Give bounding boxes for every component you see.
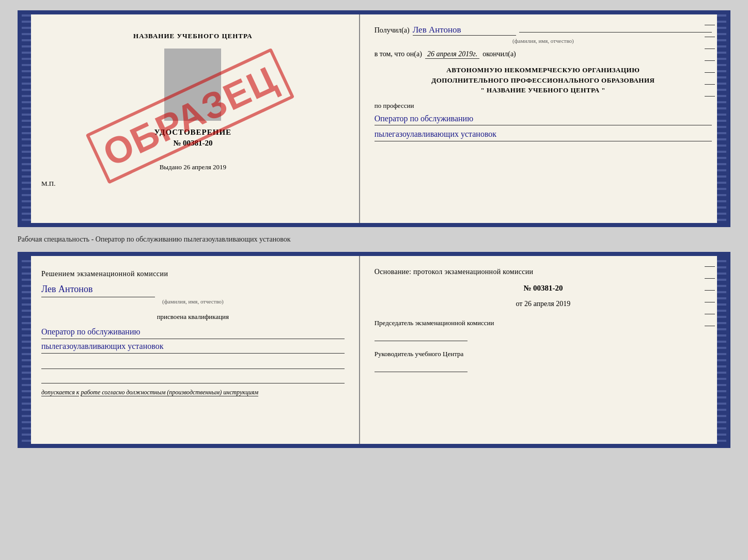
v-tom-line: в том, что он(а) 26 апреля 2019г. окончи… [375,50,712,59]
kval-value2: пылегазоулавливающих установок [41,339,345,354]
right-strip [717,14,726,223]
resheniem-title: Решением экзаменационной комиссии [41,268,345,280]
ot-label: от [516,300,523,308]
dash1 [705,25,715,25]
org-line1: АВТОНОМНУЮ НЕКОММЕРЧЕСКУЮ ОРГАНИЗАЦИЮ [375,65,712,75]
bdash6 [705,326,715,326]
poluchil-label: Получил(а) [375,26,410,35]
date-value: 26 апреля 2019г. [425,50,479,59]
dash-after-name [519,32,712,33]
bdash1 [705,266,715,267]
vydano-line: Выдано 26 апреля 2019 [41,163,345,171]
bdash5 [705,314,715,314]
predsedatel-label: Председатель экзаменационной комиссии [375,318,712,328]
dash3 [705,49,715,49]
ot-date: 26 апреля 2019 [524,300,570,308]
ot-date-line: от 26 апреля 2019 [375,298,712,310]
bdash4 [705,302,715,302]
right-dashes-bottom [705,266,715,326]
vydano-date: 26 апреля 2019 [183,163,226,171]
document-container: НАЗВАНИЕ УЧЕБНОГО ЦЕНТРА УДОСТОВЕРЕНИЕ №… [18,10,730,448]
dash7 [705,96,715,97]
po-professii-label: по профессии [375,102,712,110]
profession-value1: Оператор по обслуживанию [375,112,712,126]
right-strip-bottom [717,256,726,444]
cert-top-right: Получил(а) Лев Антонов (фамилия, имя, от… [360,14,726,223]
certificate-bottom: Решением экзаменационной комиссии Лев Ан… [18,252,730,448]
mp-line: М.П. [41,180,345,188]
profession-value2: пылегазоулавливающих установок [375,127,712,141]
rukovoditel-signature-line [375,362,467,372]
poluchil-name: Лев Антонов [413,25,516,36]
predsedatel-signature-line [375,331,467,341]
dash5 [705,72,715,73]
dopuskaetsya-block: допускается к работе согласно должностны… [41,388,345,397]
cert-top-left: НАЗВАНИЕ УЧЕБНОГО ЦЕНТРА УДОСТОВЕРЕНИЕ №… [22,14,360,223]
vydano-label: Выдано [160,163,182,171]
org-line3: " НАЗВАНИЕ УЧЕБНОГО ЦЕНТРА " [375,85,712,95]
udost-number: № 00381-20 [41,139,345,148]
photo-placeholder [164,49,221,121]
dopuskaetsya-label: допускается к [41,389,79,396]
kval-value1: Оператор по обслуживанию [41,325,345,339]
dash2 [705,37,715,37]
okonchil-label: окончил(а) [482,50,516,58]
cert-bottom-right: Основание: протокол экзаменационной коми… [360,256,726,444]
osnovanie-block: Основание: протокол экзаменационной коми… [375,266,712,372]
specialty-line: Рабочая специальность - Оператор по обсл… [18,233,730,246]
prisvoena-label: присвоена квалификация [41,312,345,323]
dash6 [705,84,715,85]
empty-line2 [41,373,345,383]
protocol-number: № 00381-20 [375,282,712,294]
udost-title: УДОСТОВЕРЕНИЕ [41,128,345,137]
school-name-top: НАЗВАНИЕ УЧЕБНОГО ЦЕНТРА [41,32,345,40]
person-name-bottom: Лев Антонов [41,282,155,297]
empty-line1 [41,359,345,369]
org-block: АВТОНОМНУЮ НЕКОММЕРЧЕСКУЮ ОРГАНИЗАЦИЮ ДО… [375,65,712,95]
certificate-top: НАЗВАНИЕ УЧЕБНОГО ЦЕНТРА УДОСТОВЕРЕНИЕ №… [18,10,730,227]
bdash3 [705,290,715,291]
rukovoditel-block: Руководитель учебного Центра [375,349,712,372]
fio-sub-bottom: (фамилия, имя, отчество) [41,297,345,307]
dash4 [705,60,715,61]
resheniem-block: Решением экзаменационной комиссии Лев Ан… [41,268,345,397]
v-tom-label: в том, что он(а) [375,50,422,58]
rukovoditel-label: Руководитель учебного Центра [375,349,712,359]
predsedatel-block: Председатель экзаменационной комиссии [375,318,712,341]
person-name-bottom-wrap: Лев Антонов [41,280,345,297]
org-line2: ДОПОЛНИТЕЛЬНОГО ПРОФЕССИОНАЛЬНОГО ОБРАЗО… [375,75,712,86]
right-dashes [705,25,715,97]
fio-sub-top: (фамилия, имя, отчество) [375,38,712,44]
dopuskaetsya-value: работе согласно должностным (производств… [81,389,258,396]
bdash2 [705,278,715,279]
poluchil-line: Получил(а) Лев Антонов [375,25,712,36]
cert-bottom-left: Решением экзаменационной комиссии Лев Ан… [22,256,360,444]
osnovanie-title: Основание: протокол экзаменационной коми… [375,266,712,278]
